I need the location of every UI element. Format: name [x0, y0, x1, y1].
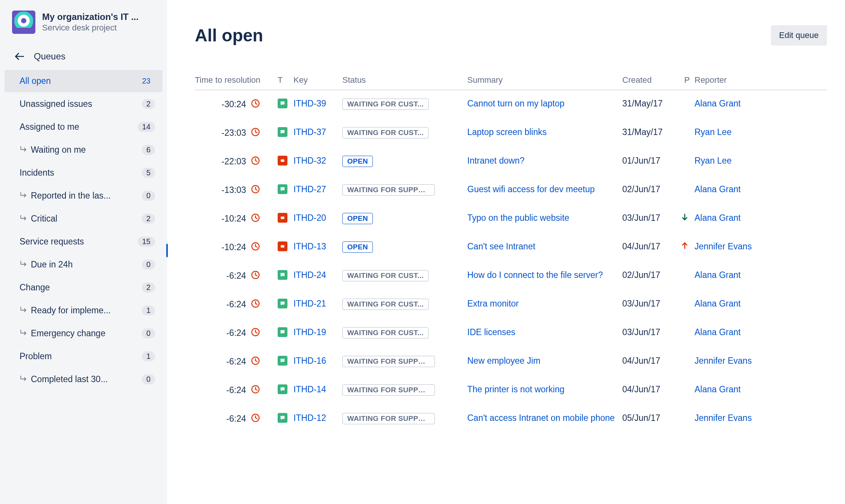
- project-header[interactable]: My organization's IT ... Service desk pr…: [5, 11, 163, 44]
- col-reporter[interactable]: Reporter: [695, 75, 827, 85]
- reporter-link[interactable]: Alana Grant: [695, 99, 741, 108]
- issue-key-link[interactable]: ITHD-20: [293, 213, 326, 223]
- arrow-left-icon[interactable]: [14, 50, 26, 62]
- issue-summary-link[interactable]: Guest wifi access for dev meetup: [467, 184, 595, 194]
- cell-time: -22:03: [195, 156, 278, 168]
- queue-item[interactable]: Emergency change0: [5, 322, 163, 345]
- queue-item-label: Service requests: [20, 237, 84, 247]
- time-value: -6:24: [226, 271, 246, 281]
- cell-key: ITHD-20: [293, 213, 342, 223]
- issue-summary-link[interactable]: Can't see Intranet: [467, 241, 535, 251]
- status-badge[interactable]: WAITING FOR SUPPO...: [342, 184, 435, 196]
- issue-key-link[interactable]: ITHD-12: [293, 413, 326, 423]
- issue-key-link[interactable]: ITHD-24: [293, 270, 326, 280]
- cell-key: ITHD-37: [293, 127, 342, 137]
- issue-summary-link[interactable]: Cannot turn on my laptop: [467, 99, 564, 108]
- queue-item[interactable]: Reported in the las...0: [5, 185, 163, 207]
- issue-summary-link[interactable]: Typo on the public website: [467, 213, 569, 223]
- reporter-link[interactable]: Jennifer Evans: [695, 413, 752, 423]
- queue-item[interactable]: Service requests15: [5, 231, 163, 253]
- issue-summary-link[interactable]: How do I connect to the file server?: [467, 270, 603, 280]
- status-badge[interactable]: WAITING FOR CUST...: [342, 99, 429, 110]
- issue-summary-link[interactable]: IDE licenses: [467, 327, 515, 337]
- issue-key-link[interactable]: ITHD-39: [293, 99, 326, 108]
- queue-item[interactable]: Waiting on me6: [5, 139, 163, 161]
- issue-summary-link[interactable]: Laptop screen blinks: [467, 127, 547, 137]
- queue-item[interactable]: Due in 24h0: [5, 254, 163, 276]
- status-badge[interactable]: WAITING FOR SUPPO...: [342, 384, 435, 396]
- col-summary[interactable]: Summary: [467, 75, 622, 85]
- cell-status: OPEN: [342, 213, 467, 224]
- queue-item[interactable]: Incidents5: [5, 162, 163, 184]
- queue-item[interactable]: Completed last 30...0: [5, 368, 163, 390]
- time-value: -30:24: [222, 99, 246, 109]
- issue-key-link[interactable]: ITHD-16: [293, 356, 326, 366]
- queue-item[interactable]: Assigned to me14: [5, 116, 163, 138]
- clock-overdue-icon: [251, 156, 260, 168]
- table-body: -30:24ITHD-39WAITING FOR CUST...Cannot t…: [195, 90, 827, 433]
- col-created[interactable]: Created: [622, 75, 679, 85]
- issue-key-link[interactable]: ITHD-19: [293, 327, 326, 337]
- issue-key-link[interactable]: ITHD-37: [293, 127, 326, 137]
- reporter-link[interactable]: Alana Grant: [695, 213, 741, 223]
- sub-arrow-icon: [20, 329, 27, 339]
- sidebar-resize-handle[interactable]: [166, 244, 168, 257]
- queue-item[interactable]: Change2: [5, 276, 163, 299]
- issue-key-link[interactable]: ITHD-27: [293, 184, 326, 194]
- status-badge[interactable]: WAITING FOR SUPPO...: [342, 356, 435, 367]
- queue-item[interactable]: Unassigned issues2: [5, 93, 163, 115]
- clock-overdue-icon: [251, 356, 260, 368]
- table-row: -6:24ITHD-21WAITING FOR CUST...Extra mon…: [195, 290, 827, 319]
- status-badge[interactable]: OPEN: [342, 213, 373, 224]
- status-badge[interactable]: WAITING FOR CUST...: [342, 327, 429, 339]
- issue-summary-link[interactable]: Intranet down?: [467, 156, 524, 165]
- col-time-to-resolution[interactable]: Time to resolution: [195, 75, 278, 85]
- queue-item[interactable]: Critical2: [5, 208, 163, 230]
- queue-item[interactable]: Ready for impleme...1: [5, 299, 163, 322]
- col-status[interactable]: Status: [342, 75, 467, 85]
- queue-item-label: Problem: [20, 351, 52, 361]
- queue-item[interactable]: Problem1: [5, 345, 163, 367]
- issue-key-link[interactable]: ITHD-21: [293, 299, 326, 308]
- issue-key-link[interactable]: ITHD-13: [293, 241, 326, 251]
- status-badge[interactable]: WAITING FOR CUST...: [342, 299, 429, 310]
- reporter-link[interactable]: Alana Grant: [695, 184, 741, 194]
- cell-summary: Can't access Intranet on mobile phone: [467, 413, 622, 423]
- reporter-link[interactable]: Jennifer Evans: [695, 241, 752, 251]
- reporter-link[interactable]: Jennifer Evans: [695, 356, 752, 366]
- reporter-link[interactable]: Alana Grant: [695, 270, 741, 280]
- status-badge[interactable]: OPEN: [342, 241, 373, 253]
- svg-rect-10: [281, 245, 284, 247]
- time-value: -6:24: [226, 299, 246, 310]
- cell-created: 03/Jun/17: [622, 213, 679, 223]
- reporter-link[interactable]: Alana Grant: [695, 327, 741, 337]
- status-badge[interactable]: WAITING FOR CUST...: [342, 127, 429, 138]
- issue-summary-link[interactable]: New employee Jim: [467, 356, 540, 366]
- col-priority[interactable]: P: [679, 75, 695, 85]
- issue-summary-link[interactable]: Can't access Intranet on mobile phone: [467, 413, 615, 423]
- reporter-link[interactable]: Alana Grant: [695, 384, 741, 394]
- queue-item[interactable]: All open23: [5, 70, 163, 92]
- reporter-link[interactable]: Ryan Lee: [695, 156, 731, 165]
- queues-back-header[interactable]: Queues: [5, 44, 163, 70]
- col-key[interactable]: Key: [293, 75, 342, 85]
- project-title: My organization's IT ...: [42, 12, 138, 22]
- issue-key-link[interactable]: ITHD-14: [293, 384, 326, 394]
- reporter-link[interactable]: Alana Grant: [695, 299, 741, 308]
- time-value: -6:24: [226, 385, 246, 395]
- col-type[interactable]: T: [278, 75, 293, 85]
- status-badge[interactable]: WAITING FOR CUST...: [342, 270, 429, 281]
- issue-summary-link[interactable]: The printer is not working: [467, 384, 564, 394]
- issue-summary-link[interactable]: Extra monitor: [467, 299, 519, 308]
- clock-overdue-icon: [251, 384, 260, 396]
- incident-type-icon: [278, 241, 287, 251]
- status-badge[interactable]: OPEN: [342, 156, 373, 167]
- status-badge[interactable]: WAITING FOR SUPPO...: [342, 413, 435, 424]
- cell-time: -6:24: [195, 413, 278, 425]
- queue-item-count: 14: [138, 122, 155, 132]
- clock-overdue-icon: [251, 299, 260, 311]
- reporter-link[interactable]: Ryan Lee: [695, 127, 731, 137]
- issue-key-link[interactable]: ITHD-32: [293, 156, 326, 165]
- edit-queue-button[interactable]: Edit queue: [771, 25, 827, 46]
- cell-reporter: Jennifer Evans: [695, 413, 827, 423]
